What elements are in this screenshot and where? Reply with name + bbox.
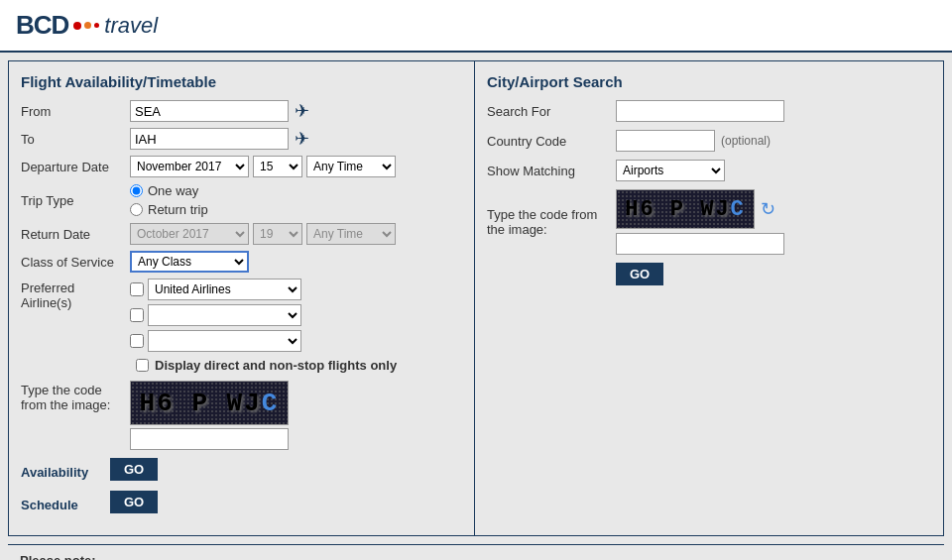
left-captcha-content: H6 P WJC [130,381,289,450]
notes-title: Please note: [20,553,932,560]
return-date-label: Return Date [21,227,130,242]
right-captcha-image: H6 P WJC [616,189,755,229]
direct-flights-label: Display direct and non-stop flights only [155,358,397,373]
left-captcha-input[interactable] [130,428,289,450]
schedule-go-button[interactable]: GO [110,491,158,513]
departure-month-select[interactable]: November 2017 October 2017 December 2017 [130,156,249,177]
right-captcha-input[interactable] [616,233,784,255]
city-search-title: City/Airport Search [487,73,931,90]
left-panel: Flight Availability/Timetable From ✈ To … [9,61,475,535]
captcha-text-c: C [262,389,280,418]
dot-red [73,22,81,30]
right-captcha-refresh[interactable]: C [731,197,746,222]
left-captcha-label: Type the code from the image: [21,381,130,412]
class-of-service-label: Class of Service [21,255,130,270]
schedule-label: Schedule [21,498,100,512]
departure-date-label: Departure Date [21,160,130,174]
show-matching-label: Show Matching [487,164,616,178]
airplane-to-icon[interactable]: ✈ [295,128,309,150]
dot-small-red [94,23,99,28]
direct-flights-row: Display direct and non-stop flights only [21,358,462,373]
logo-bcd: BCD [16,10,68,41]
one-way-label: One way [148,183,198,198]
right-captcha-text: H6 P WJC [625,197,746,222]
airline-select-1[interactable]: United Airlines American Airlines Delta … [148,279,301,300]
header: BCD travel [0,0,952,53]
to-row: To ✈ [21,128,462,150]
optional-text: (optional) [721,134,771,148]
right-captcha-content: H6 P WJC ↻ [616,189,784,255]
airline-checkbox-3[interactable] [130,334,144,348]
from-row: From ✈ [21,100,462,122]
preferred-airline-row: Preferred Airline(s) United Airlines Ame… [21,279,462,352]
search-for-label: Search For [487,104,616,119]
left-captcha-row: Type the code from the image: H6 P WJC [21,381,462,450]
availability-go-button[interactable]: GO [110,458,158,481]
airline-select-2[interactable]: United Airlines American Airlines [148,304,301,326]
return-time-select[interactable]: Any Time [306,223,396,245]
left-captcha-text: H6 P WJC [140,389,280,418]
country-code-label: Country Code [487,134,616,149]
trip-type-row: Trip Type One way Return trip [21,183,462,217]
left-captcha-area: Type the code from the image: H6 P WJC [21,381,462,450]
show-matching-select[interactable]: Airports Cities Both [616,160,725,181]
right-captcha-text-main: H6 P WJ [625,197,730,222]
one-way-radio[interactable] [130,184,143,197]
airplane-from-icon[interactable]: ✈ [295,100,309,122]
right-captcha-label: Type the code from the image: [487,207,616,237]
from-input[interactable] [130,100,289,122]
return-trip-option[interactable]: Return trip [130,202,208,217]
return-month-select[interactable]: October 2017 November 2017 [130,223,249,245]
right-go-row: GO [616,263,931,291]
country-code-row: Country Code (optional) [487,130,931,152]
airline-select-3[interactable]: United Airlines American Airlines [148,330,301,352]
notes-section: Please note: • You can only search for d… [8,544,944,560]
class-of-service-row: Class of Service Any Class Economy Busin… [21,251,462,273]
one-way-option[interactable]: One way [130,183,208,198]
logo: BCD travel [16,10,936,41]
show-matching-row: Show Matching Airports Cities Both [487,160,931,181]
captcha-text-h6pwj: H6 P WJ [140,389,262,418]
to-label: To [21,132,130,147]
search-for-row: Search For [487,100,931,122]
return-date-row: Return Date October 2017 November 2017 1… [21,223,462,245]
airline-row-2: United Airlines American Airlines [130,304,301,326]
left-captcha-image: H6 P WJC [130,381,289,425]
from-label: From [21,104,130,119]
availability-row: Availability GO [21,458,462,487]
airline-selects: United Airlines American Airlines Delta … [130,279,301,352]
main-content: Flight Availability/Timetable From ✈ To … [8,60,944,536]
schedule-row: Schedule GO [21,491,462,519]
class-select[interactable]: Any Class Economy Business First Class [130,251,249,273]
preferred-airline-label: Preferred Airline(s) [21,279,130,310]
search-for-input[interactable] [616,100,784,122]
departure-date-row: Departure Date November 2017 October 201… [21,156,462,177]
right-panel: City/Airport Search Search For Country C… [475,61,943,535]
airline-row-3: United Airlines American Airlines [130,330,301,352]
logo-dots [73,22,99,30]
airline-row-1: United Airlines American Airlines Delta … [130,279,301,300]
left-panel-title: Flight Availability/Timetable [21,73,462,90]
to-input[interactable] [130,128,289,150]
availability-label: Availability [21,465,100,480]
trip-type-label: Trip Type [21,193,130,208]
direct-flights-checkbox[interactable] [136,359,149,372]
airline-checkbox-1[interactable] [130,282,144,296]
dot-orange [84,22,91,29]
captcha-refresh-icon[interactable]: ↻ [761,198,775,220]
trip-type-options: One way Return trip [130,183,208,217]
return-trip-label: Return trip [148,202,208,217]
departure-day-select[interactable]: 15 [253,156,302,177]
right-captcha-image-row: H6 P WJC ↻ [616,189,784,229]
country-code-input[interactable] [616,130,715,152]
airline-checkbox-2[interactable] [130,308,144,322]
right-captcha-row: Type the code from the image: H6 P WJC ↻ [487,189,931,255]
departure-time-select[interactable]: Any Time [306,156,396,177]
right-go-button[interactable]: GO [616,263,663,285]
logo-travel: travel [104,13,158,39]
return-trip-radio[interactable] [130,203,143,216]
country-code-container: (optional) [616,130,771,152]
return-day-select[interactable]: 19 [253,223,302,245]
